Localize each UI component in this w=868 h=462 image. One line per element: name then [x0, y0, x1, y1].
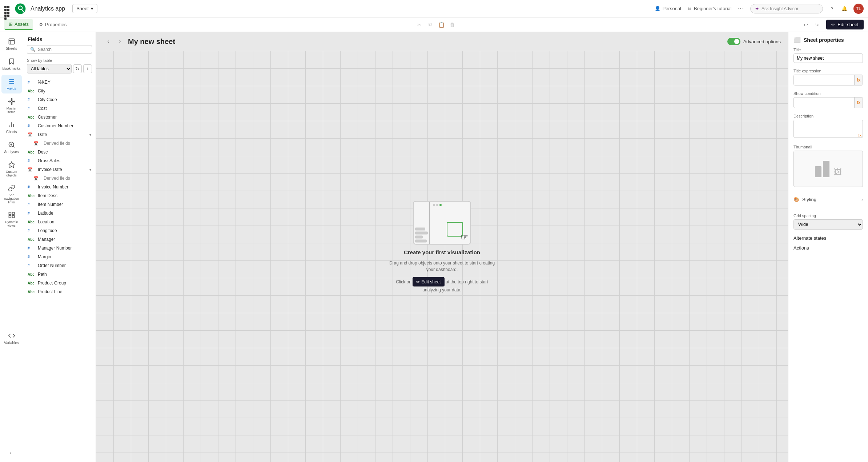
personal-label[interactable]: 👤 Personal	[655, 6, 681, 11]
sidebar-item-nav-links[interactable]: App navigation links	[1, 182, 22, 207]
field-type-icon: Abc	[28, 115, 35, 119]
field-name: Product Group	[38, 280, 66, 286]
sidebar-item-variables[interactable]: Variables	[1, 329, 22, 348]
fields-search-input[interactable]	[38, 47, 92, 52]
assets-tab[interactable]: ⊞ Assets	[4, 19, 33, 30]
table-filter-row: All tables ↻ +	[27, 64, 92, 73]
create-viz-desc2: Click on ✏ Edit sheet at the top right t…	[387, 277, 497, 293]
divider	[793, 209, 863, 209]
field-item[interactable]: # Manager Number	[23, 244, 96, 252]
sidebar-item-charts[interactable]: Charts	[1, 118, 22, 137]
show-condition-input[interactable]	[794, 98, 854, 107]
field-item[interactable]: Abc Product Group	[23, 279, 96, 287]
grid-spacing-section: Grid spacing Wide Medium Narrow	[793, 214, 863, 230]
field-item[interactable]: # GrossSales	[23, 156, 96, 165]
ai-search-bar[interactable]: ✦	[750, 4, 823, 13]
field-item[interactable]: Abc Item Desc	[23, 191, 96, 200]
tutorial-label[interactable]: 🖥 Beginner's tutorial	[687, 6, 732, 11]
field-item[interactable]: # Item Number	[23, 200, 96, 209]
field-item[interactable]: Abc Manager	[23, 235, 96, 244]
field-item[interactable]: # Margin	[23, 252, 96, 261]
inline-edit-icon: ✏	[416, 279, 420, 285]
field-item[interactable]: 📅 Derived fields	[23, 139, 96, 148]
user-avatar[interactable]: TL	[853, 4, 864, 14]
sidebar-item-custom-objects[interactable]: Custom objects	[1, 158, 22, 180]
styling-row[interactable]: 🎨 Styling ›	[793, 193, 863, 206]
grid-spacing-select[interactable]: Wide Medium Narrow	[793, 219, 863, 230]
field-name: Invoice Date	[38, 167, 62, 172]
field-name: GrossSales	[38, 158, 60, 163]
advanced-options-switch[interactable]	[727, 38, 740, 45]
description-textarea[interactable]	[793, 120, 863, 138]
sidebar-item-fields[interactable]: Fields	[1, 75, 22, 93]
description-fx-button[interactable]: fx	[858, 133, 861, 138]
main-layout: Sheets Bookmarks Fields Master items	[0, 32, 868, 462]
field-name: Date	[38, 132, 47, 137]
collapse-sidebar-button[interactable]: ←	[1, 447, 22, 459]
field-item[interactable]: 📅 Invoice Date ▾	[23, 165, 96, 174]
grid-menu-icon[interactable]	[4, 6, 10, 12]
table-add-button[interactable]: +	[83, 64, 92, 73]
field-type-icon: #	[28, 159, 35, 163]
field-item[interactable]: Abc Path	[23, 270, 96, 279]
field-type-icon: #	[28, 229, 35, 233]
advanced-options-toggle[interactable]: Advanced options	[727, 38, 781, 45]
field-item[interactable]: 📅 Derived fields	[23, 174, 96, 183]
table-filter-refresh-button[interactable]: ↻	[73, 64, 82, 73]
field-item[interactable]: Abc Location	[23, 218, 96, 226]
description-textarea-row: fx	[793, 120, 863, 139]
toolbar-bar: ⊞ Assets ⚙ Properties ✂ ⧉ 📋 🗑 ↩ ↪ ✏ Edit…	[0, 17, 868, 32]
field-type-icon: #	[28, 264, 35, 268]
delete-button[interactable]: 🗑	[447, 20, 457, 30]
sidebar-item-dynamic-views[interactable]: Dynamic views	[1, 208, 22, 230]
table-filter-select[interactable]: All tables	[27, 64, 72, 73]
sheet-dropdown[interactable]: Sheet ▾	[72, 4, 97, 13]
field-item[interactable]: # Order Number	[23, 261, 96, 270]
field-name: Manager Number	[38, 246, 72, 251]
fields-icon	[8, 78, 15, 85]
field-type-icon: Abc	[28, 194, 35, 198]
inline-edit-sheet-button[interactable]: ✏ Edit sheet	[413, 277, 444, 287]
sidebar-item-analyses[interactable]: Analyses	[1, 138, 22, 157]
cut-button[interactable]: ✂	[414, 20, 425, 30]
field-item[interactable]: # City Code	[23, 95, 96, 104]
field-type-icon: 📅	[28, 167, 35, 172]
field-item[interactable]: # %KEY	[23, 78, 96, 87]
field-item[interactable]: 📅 Date ▾	[23, 130, 96, 139]
field-item[interactable]: # Customer Number	[23, 122, 96, 130]
edit-sheet-button[interactable]: ✏ Edit sheet	[826, 20, 864, 29]
ai-search-input[interactable]	[761, 6, 818, 11]
paste-button[interactable]: 📋	[436, 20, 446, 30]
fields-search-bar[interactable]: 🔍	[27, 45, 92, 54]
thumbnail-upload-box[interactable]: 🖼	[793, 151, 863, 187]
show-condition-fx-button[interactable]: fx	[854, 97, 863, 108]
field-item[interactable]: # Invoice Number	[23, 183, 96, 191]
svg-rect-27	[9, 212, 11, 215]
title-expression-input[interactable]	[794, 76, 854, 84]
copy-button[interactable]: ⧉	[425, 20, 435, 30]
nav-links-label: App navigation links	[3, 193, 20, 204]
title-input[interactable]	[793, 53, 863, 63]
field-item[interactable]: Abc Customer	[23, 113, 96, 122]
redo-button[interactable]: ↪	[812, 20, 822, 30]
notification-icon[interactable]: 🔔	[841, 5, 848, 12]
field-item[interactable]: # Cost	[23, 104, 96, 113]
undo-button[interactable]: ↩	[801, 20, 811, 30]
custom-objects-label: Custom objects	[3, 170, 20, 177]
next-sheet-button[interactable]: ›	[115, 36, 125, 47]
top-nav: Analytics app Sheet ▾ 👤 Personal 🖥 Begin…	[0, 0, 868, 17]
properties-tab[interactable]: ⚙ Properties	[35, 20, 71, 29]
field-item[interactable]: # Latitude	[23, 209, 96, 218]
title-expression-input-row: fx	[793, 75, 863, 85]
help-icon[interactable]: ?	[829, 5, 835, 12]
title-expression-fx-button[interactable]: fx	[854, 75, 863, 85]
sidebar-item-bookmarks[interactable]: Bookmarks	[1, 55, 22, 73]
more-options-button[interactable]: ···	[738, 5, 744, 12]
field-item[interactable]: Abc Product Line	[23, 287, 96, 296]
field-item[interactable]: Abc City	[23, 87, 96, 95]
prev-sheet-button[interactable]: ‹	[103, 36, 113, 47]
sidebar-item-sheets[interactable]: Sheets	[1, 35, 22, 53]
field-item[interactable]: Abc Desc	[23, 148, 96, 156]
sidebar-item-master[interactable]: Master items	[1, 95, 22, 117]
field-item[interactable]: # Longitude	[23, 226, 96, 235]
